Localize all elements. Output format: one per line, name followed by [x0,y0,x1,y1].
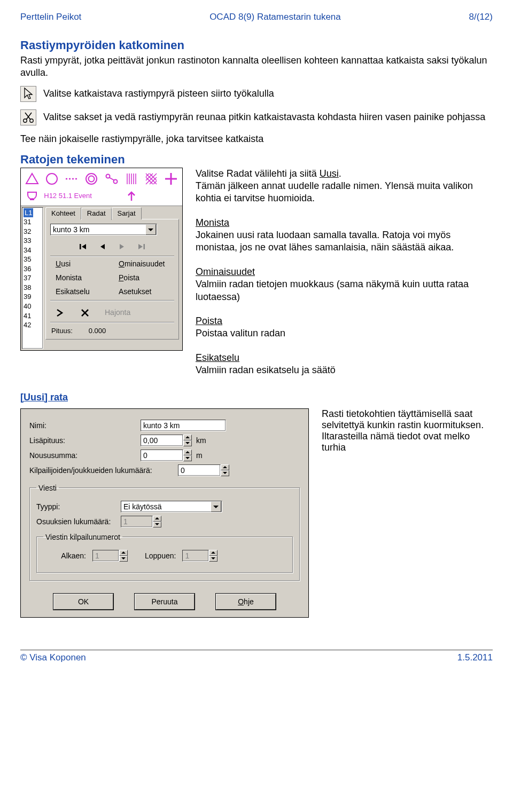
symbol-cross-icon[interactable] [161,170,181,187]
combo-tyyppi[interactable]: Ei käytössä [121,501,222,513]
tabs: Kohteet Radat Sarjat [45,207,179,219]
desc-poista: Poista Poistaa valitun radan [196,315,493,340]
list-item[interactable]: 36 [24,264,43,274]
svg-point-5 [89,176,95,182]
input-osuudet: 1 [121,516,161,527]
symbol-line-dashed-icon[interactable] [62,170,82,187]
footer-right: 1.5.2011 [457,652,493,663]
menu-asetukset[interactable]: Asetukset [119,287,169,296]
length-label: Pituus: [51,327,73,335]
list-item[interactable]: 41 [24,311,43,321]
spin-down-icon [153,522,161,527]
input-alkaen: 1 [92,550,128,562]
symbol-palette: H12 51.1 Event [21,168,182,206]
menu-poista[interactable]: Poista [119,273,169,282]
first-icon[interactable] [80,243,87,250]
spin-up-icon[interactable] [183,435,192,440]
play-controls [50,243,174,250]
section2-title: Ratojen tekeminen [20,153,493,167]
menu-uusi[interactable]: Uusi [56,259,106,268]
prev-icon[interactable] [99,243,106,250]
spin-up-icon[interactable] [183,450,192,455]
list-item[interactable]: 33 [24,236,43,246]
menu-ominaisuudet[interactable]: Ominaisuudet [119,259,169,268]
list-item[interactable]: 31 [24,217,43,227]
symbol-triangle-icon[interactable] [22,170,42,187]
svg-rect-27 [80,244,81,249]
symbol-circle-icon[interactable] [42,170,61,187]
menu-esikatselu[interactable]: Esikatselu [56,287,106,296]
desc-ominaisuudet: Ominaisuudet Valmiin radan tietojen muok… [196,266,493,303]
spin-up-icon [153,516,161,522]
input-nousu[interactable]: 0 [141,450,192,461]
spin-down-icon [209,556,217,562]
desc-esikatselu: Esikatselu Valmiin radan esikatselu ja s… [196,352,493,377]
spin-down-icon[interactable] [221,470,229,476]
uusi-rata-note: Rasti tietokohtien täyttämisellä saat se… [322,405,493,453]
list-item[interactable]: 37 [24,273,43,283]
svg-point-7 [113,179,117,183]
symbol-cup-icon[interactable] [22,187,42,204]
symbol-hatch2-icon[interactable] [142,170,161,187]
listbox-selected: L1 [24,208,33,218]
length-display: Pituus: 0.000 [51,327,174,335]
label-kilpailijat: Kilpailijoiden/joukkueiden lukumäärä: [29,466,174,475]
footer-left: © Visa Koponen [20,652,86,663]
tab-kohteet[interactable]: Kohteet [45,207,81,219]
cancel-button[interactable]: Peruuta [135,594,195,610]
spin-down-icon[interactable] [183,455,192,461]
viesti-group: Viesti Tyyppi: Ei käytössä Osuuksien luk… [29,484,300,581]
list-item[interactable]: 39 [24,292,43,302]
list-item[interactable]: 32 [24,227,43,236]
last-icon[interactable] [137,243,145,250]
menu-grid: Uusi Ominaisuudet Monista Poista Esikats… [56,259,169,296]
section1-p1: Valitse katkaistava rastiympyrä pisteen … [20,86,493,102]
input-nimi[interactable]: kunto 3 km [141,420,226,431]
pointer-tool-icon [20,86,36,102]
spin-up-icon[interactable] [221,464,229,470]
spin-up-icon [119,550,128,556]
menu-monista[interactable]: Monista [56,273,106,282]
list-item[interactable]: 40 [24,302,43,311]
symbol-arrow-up-icon[interactable] [121,187,141,204]
symbol-route-icon[interactable] [102,170,121,187]
spin-down-icon[interactable] [183,440,192,446]
cross-icon[interactable] [80,308,90,318]
help-button[interactable]: Ohje [216,594,276,610]
combo-dropdown-button[interactable] [211,501,221,512]
label-lisapituus: Lisäpituus: [29,436,136,445]
input-lisapituus[interactable]: 0,00 [141,435,192,446]
unit-km: km [196,436,206,445]
symbol-text-icon[interactable]: H12 51.1 Event [42,187,121,204]
list-item[interactable]: 42 [24,320,43,330]
tab-radat[interactable]: Radat [81,208,112,220]
section1-p2: Valitse sakset ja vedä rastiympyrän reun… [42,109,493,125]
header-right: 8/(12) [469,12,493,22]
input-loppuen: 1 [182,550,217,562]
label-alkaen: Alkaen: [43,551,86,560]
length-value: 0.000 [89,327,106,335]
page-header: Perttelin Peikot OCAD 8(9) Ratamestarin … [20,12,493,22]
combo-dropdown-button[interactable] [145,224,156,235]
tab-sarjat[interactable]: Sarjat [112,207,142,219]
list-item[interactable]: 34 [24,246,43,255]
section1-intro: Rasti ympyrät, jotka peittävät jonkun ra… [20,54,493,78]
combo-value: kunto 3 km [53,225,89,234]
svg-point-2 [46,174,57,184]
symbol-hatch1-icon[interactable] [121,170,141,187]
viesti-legend: Viesti [36,484,59,492]
uusi-rata-title: [Uusi] rata [20,392,493,403]
input-kilp[interactable]: 0 [178,464,229,476]
next-arrow-icon[interactable] [56,308,65,318]
header-left: Perttelin Peikot [20,12,81,22]
symbol-double-circle-icon[interactable] [82,170,102,187]
ok-button[interactable]: OK [53,594,113,610]
spin-down-icon [119,556,128,562]
unit-m: m [196,451,203,460]
list-item[interactable]: 35 [24,255,43,264]
list-item[interactable]: 38 [24,283,43,293]
svg-point-6 [106,174,110,178]
next-icon[interactable] [118,243,126,250]
course-combo[interactable]: kunto 3 km [50,224,157,235]
items-listbox[interactable]: L1 31 32 33 34 35 36 37 38 39 40 41 42 [22,207,43,349]
